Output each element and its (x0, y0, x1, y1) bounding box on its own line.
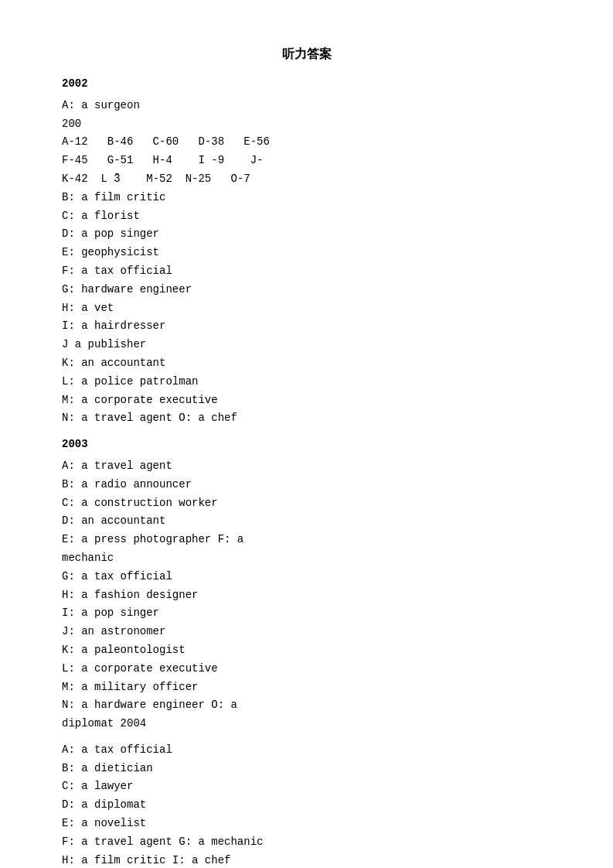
line-2003-8: H: a fashion designer (62, 586, 551, 605)
line-2002-6: B: a film critic (62, 189, 551, 207)
line-2002-18: N: a travel agent O: a chef (62, 409, 551, 428)
line-2002-17: M: a corporate executive (62, 391, 551, 410)
line-2002-8: D: a pop singer (62, 225, 551, 244)
line-2003-13: M: a military officer (62, 678, 551, 697)
line-2002-9: E: geophysicist (62, 244, 551, 262)
line-2003-15: diplomat 2004 (62, 715, 551, 733)
line-2002-4: F-45 G-51 H-4 I -9 J- (62, 152, 551, 170)
line-2003-12: L: a corporate executive (62, 660, 551, 678)
line-2004-6: F: a travel agent G: a mechanic (62, 833, 551, 852)
line-2002-12: H: a vet (62, 299, 551, 318)
line-2003-5: E: a press photographer F: a (62, 531, 551, 549)
line-2002-5: K-42 L ̄3 M-52 N-25 O-7 (62, 170, 551, 189)
line-2003-10: J: an astronomer (62, 623, 551, 641)
line-2002-2: 200 (62, 115, 551, 134)
line-2002-11: G: hardware engineer (62, 281, 551, 299)
line-2004-3: C: a lawyer (62, 777, 551, 796)
line-2002-3: A-12 B-46 C-60 D-38 E-56 (62, 133, 551, 152)
line-2003-11: K: a paleontologist (62, 641, 551, 660)
section-2002: 2002 A: a surgeon 200 A-12 B-46 C-60 D-3… (62, 75, 551, 428)
line-2004-2: B: a dietician (62, 760, 551, 778)
line-2004-1: A: a tax official (62, 741, 551, 760)
section-2003: 2003 A: a travel agent B: a radio announ… (62, 436, 551, 733)
line-2003-14: N: a hardware engineer O: a (62, 696, 551, 715)
line-2002-10: F: a tax official (62, 262, 551, 281)
page-container: 听力答案 2002 A: a surgeon 200 A-12 B-46 C-6… (62, 46, 551, 868)
section-2004: A: a tax official B: a dietician C: a la… (62, 741, 551, 868)
line-2002-15: K: an accountant (62, 354, 551, 373)
line-2002-7: C: a florist (62, 207, 551, 226)
line-2003-4: D: an accountant (62, 512, 551, 531)
line-2003-6: mechanic (62, 549, 551, 568)
line-2003-1: A: a travel agent (62, 457, 551, 476)
line-2004-4: D: a diplomat (62, 796, 551, 815)
line-2002-16: L: a police patrolman (62, 373, 551, 391)
line-2003-9: I: a pop singer (62, 604, 551, 623)
line-2002-13: I: a hairdresser (62, 317, 551, 336)
line-2003-7: G: a tax official (62, 568, 551, 586)
page-title: 听力答案 (62, 46, 551, 63)
line-2004-7: H: a film critic I: a chef (62, 852, 551, 868)
line-2004-5: E: a novelist (62, 815, 551, 833)
line-2002-1: A: a surgeon (62, 97, 551, 115)
year-2003: 2003 (62, 436, 551, 454)
year-2002: 2002 (62, 75, 551, 94)
line-2002-14: J a publisher (62, 336, 551, 354)
line-2003-2: B: a radio announcer (62, 476, 551, 494)
line-2003-3: C: a construction worker (62, 494, 551, 513)
